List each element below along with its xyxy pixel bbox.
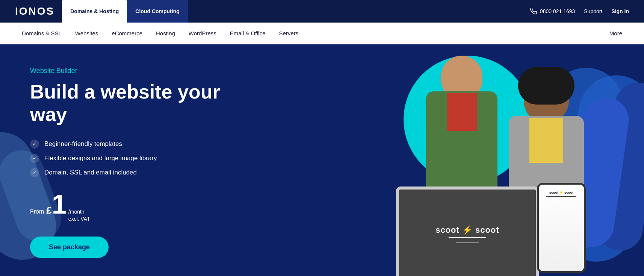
scoot-logo-1: scoot ⚡ scoot — [435, 225, 499, 235]
phone-icon — [530, 8, 537, 15]
see-package-button[interactable]: See package — [30, 237, 109, 258]
pricing: From £ 1 /month excl. VAT — [30, 191, 225, 223]
from-text: From — [30, 208, 44, 215]
hero-label: Website Builder — [30, 67, 225, 75]
check-icon-1: ✓ — [30, 140, 39, 149]
nav-email-office[interactable]: Email & Office — [223, 23, 272, 44]
support-link[interactable]: Support — [584, 8, 602, 14]
device-mockup: scoot ⚡ scoot — [396, 187, 539, 276]
nav-more[interactable]: More — [603, 30, 629, 36]
phone-section: 0800 021 1693 — [530, 8, 575, 15]
feature-item-3: ✓ Domain, SSL and email included — [30, 168, 225, 177]
top-bar: IONOS Domains & Hosting Cloud Computing … — [0, 0, 644, 23]
nav-wordpress[interactable]: WordPress — [182, 23, 223, 44]
nav-domains-ssl[interactable]: Domains & SSL — [15, 23, 68, 44]
phone-number: 0800 021 1693 — [540, 8, 575, 14]
nav-servers[interactable]: Servers — [272, 23, 305, 44]
hero-content: Website Builder Build a website your way… — [0, 44, 255, 276]
check-icon-3: ✓ — [30, 168, 39, 177]
phone-mockup: scoot ⚡ scoot — [537, 183, 586, 273]
feature-item-2: ✓ Flexible designs and large image libra… — [30, 154, 225, 163]
scoot-line-1 — [449, 237, 486, 238]
secondary-nav: Domains & SSL Websites eCommerce Hosting… — [0, 23, 644, 44]
hero-title: Build a website your way — [30, 81, 225, 126]
currency-symbol: £ — [46, 205, 51, 216]
scoot-logo-phone: scoot ⚡ scoot — [549, 191, 573, 194]
hero-section: Website Builder Build a website your way… — [0, 44, 644, 276]
scoot-line-2 — [456, 243, 479, 243]
price-suffix: /month excl. VAT — [68, 208, 90, 223]
hero-visual: scoot ⚡ scoot scoot ⚡ scoot — [306, 44, 644, 276]
nav-tab-domains[interactable]: Domains & Hosting — [62, 0, 127, 23]
logo: IONOS — [15, 5, 54, 17]
check-icon-2: ✓ — [30, 154, 39, 163]
price-amount: 1 — [52, 191, 67, 218]
nav-websites[interactable]: Websites — [68, 23, 105, 44]
features-list: ✓ Beginner-friendly templates ✓ Flexible… — [30, 140, 225, 177]
signin-link[interactable]: Sign In — [611, 8, 629, 14]
nav-ecommerce[interactable]: eCommerce — [105, 23, 149, 44]
feature-item-1: ✓ Beginner-friendly templates — [30, 140, 225, 149]
nav-tab-cloud[interactable]: Cloud Computing — [127, 0, 187, 23]
nav-hosting[interactable]: Hosting — [149, 23, 182, 44]
